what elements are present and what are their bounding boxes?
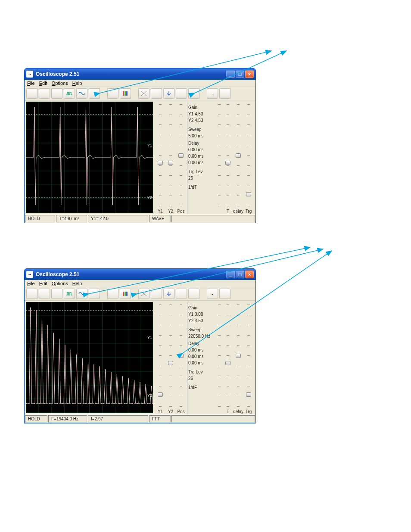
menubar: File Edit Options Help — [25, 280, 255, 287]
status-mode: WAVE — [149, 215, 171, 222]
app-icon: ~ — [26, 71, 33, 78]
maximize-button[interactable]: □ — [236, 70, 244, 78]
y1-gain: Y1 4.53 — [188, 111, 214, 117]
toolbar: - — [25, 87, 255, 100]
tool-btn-15[interactable] — [219, 88, 230, 99]
svg-rect-1 — [125, 91, 126, 96]
slider-y1[interactable]: Y1 — [156, 303, 165, 414]
tool-btn-1[interactable] — [26, 88, 37, 99]
slider-t[interactable]: T — [224, 103, 232, 214]
tool-btn-1[interactable] — [26, 289, 37, 299]
close-button[interactable]: × — [245, 70, 254, 78]
menu-edit[interactable]: Edit — [39, 281, 47, 286]
slider-label: Y1 — [158, 408, 163, 414]
tool-btn-2[interactable] — [39, 88, 50, 99]
tool-btn-12[interactable] — [176, 289, 187, 299]
tool-btn-12[interactable] — [176, 88, 187, 99]
slider-delay[interactable]: delay — [234, 103, 243, 214]
sweep-label: Sweep — [188, 126, 214, 133]
menu-file[interactable]: File — [27, 281, 35, 286]
y2-gain: Y2 4.53 — [188, 317, 214, 324]
slider-label: Pos — [177, 408, 184, 414]
status-f: F=19404.0 Hz — [48, 415, 87, 423]
svg-rect-25 — [123, 292, 124, 296]
tool-btn-13[interactable] — [188, 289, 199, 299]
tool-btn-xy-icon[interactable] — [138, 88, 149, 99]
y2-marker: Y2 — [147, 196, 152, 200]
tool-btn-7[interactable] — [107, 289, 118, 299]
slider-label: delay — [233, 208, 243, 214]
tool-btn-sine[interactable] — [76, 289, 87, 299]
tool-btn-6[interactable] — [89, 289, 100, 299]
tool-btn-down-arrow-icon[interactable] — [163, 289, 174, 299]
readouts: Gain Y1 4.53 Y2 4.53 Sweep 5.00 ms Delay… — [187, 102, 215, 214]
slider-label: Y2 — [168, 208, 173, 214]
slider-delay[interactable]: delay — [234, 303, 243, 414]
svg-rect-2 — [126, 91, 128, 96]
tool-btn-14[interactable]: - — [207, 289, 218, 299]
tool-btn-squarewave[interactable] — [64, 289, 75, 299]
delay2: 0.00 ms — [188, 353, 214, 360]
close-button[interactable]: × — [245, 271, 254, 278]
tool-btn-down-arrow-icon[interactable] — [163, 88, 174, 99]
delay1: 0.00 ms — [188, 146, 214, 153]
scope-display[interactable]: Y1 Y2 — [26, 102, 153, 213]
slider-y2[interactable]: Y2 — [166, 103, 175, 214]
slider-y1[interactable]: Y1 — [156, 103, 165, 214]
slider-t[interactable]: T — [224, 303, 232, 414]
menu-options[interactable]: Options — [52, 281, 68, 286]
menu-help[interactable]: Help — [72, 281, 82, 286]
sweep-label: Sweep — [188, 327, 214, 333]
tool-btn-15[interactable] — [219, 289, 230, 299]
tool-btn-14[interactable]: - — [207, 88, 218, 99]
slider-label: Trg — [246, 208, 252, 214]
statusbar: HOLD T=4.97 ms Y1=-42.0 WAVE — [25, 214, 255, 223]
menu-options[interactable]: Options — [52, 81, 68, 86]
tool-btn-13[interactable] — [188, 88, 199, 99]
menu-file[interactable]: File — [27, 81, 35, 86]
status-y: Y1=-42.0 — [88, 215, 148, 222]
tool-btn-7[interactable] — [107, 88, 118, 99]
minimize-button[interactable]: _ — [226, 271, 235, 278]
trglev-label: Trg Lev — [188, 369, 214, 375]
trglev-val: 26 — [188, 375, 214, 382]
slider-trg[interactable]: Trg — [244, 303, 253, 414]
menu-edit[interactable]: Edit — [39, 81, 47, 86]
tool-btn-spectrum-icon[interactable] — [120, 289, 131, 299]
maximize-button[interactable]: □ — [236, 271, 244, 278]
slider-label: Y2 — [168, 408, 173, 414]
titlebar[interactable]: ~ Oscilloscope 2.51 _ □ × — [25, 68, 255, 80]
slider-label: Pos — [177, 208, 184, 214]
titlebar[interactable]: ~ Oscilloscope 2.51 _ □ × — [25, 269, 255, 280]
tool-btn-squarewave[interactable] — [64, 88, 75, 99]
slider-trg[interactable]: Trg — [244, 103, 253, 214]
menubar: File Edit Options Help — [25, 80, 255, 87]
tool-btn-xy-icon[interactable] — [138, 289, 149, 299]
window-title: Oscilloscope 2.51 — [36, 271, 226, 277]
tool-btn-3[interactable] — [51, 88, 62, 99]
toolbar: - — [25, 287, 255, 301]
slider-pos[interactable]: Pos — [177, 303, 185, 414]
trglev-val: 26 — [188, 175, 214, 181]
minimize-button[interactable]: _ — [226, 70, 235, 78]
tool-btn-3[interactable] — [51, 289, 62, 299]
tool-btn-10[interactable] — [151, 88, 162, 99]
y2-marker: Y2 — [147, 393, 152, 398]
tool-btn-sine[interactable] — [76, 88, 87, 99]
menu-help[interactable]: Help — [72, 81, 82, 86]
sweep-val: 5.00 ms — [188, 133, 214, 139]
gain-label: Gain — [188, 104, 214, 111]
slider-pos[interactable]: Pos — [177, 103, 185, 214]
tool-btn-spectrum-icon[interactable] — [120, 88, 131, 99]
slider-label: T — [227, 208, 229, 214]
scope-display[interactable]: Y1 Y2 — [26, 302, 153, 413]
slider-label: delay — [233, 408, 243, 414]
tool-btn-10[interactable] — [151, 289, 162, 299]
trglev-label: Trg Lev — [188, 168, 214, 175]
slider-y2[interactable]: Y2 — [166, 303, 175, 414]
tool-btn-2[interactable] — [39, 289, 50, 299]
tool-btn-6[interactable] — [89, 88, 100, 99]
y1-marker: Y1 — [147, 143, 152, 147]
status-i: I=2.97 — [88, 415, 148, 423]
statusbar: HOLD F=19404.0 Hz I=2.97 FFT — [25, 414, 255, 423]
